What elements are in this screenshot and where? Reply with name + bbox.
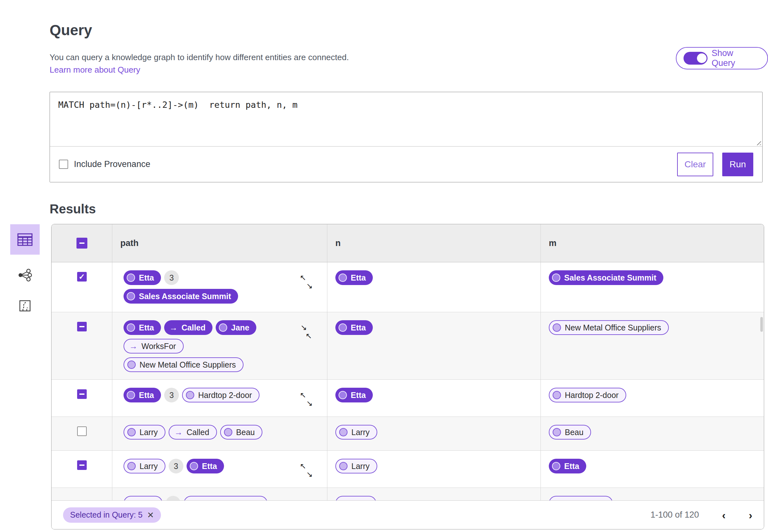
toggle-on-icon [684,52,707,65]
chevron-left-icon[interactable]: ‹ [722,510,725,520]
results-title: Results [50,202,96,216]
graph-view-icon [18,269,32,282]
clear-button[interactable]: Clear [677,153,713,176]
remove-filter-icon[interactable]: ✕ [147,511,154,519]
edge-pill[interactable]: →Called [169,425,217,440]
node-pill[interactable]: Hardtop 2-door [549,388,626,402]
node-pill[interactable]: Jane [216,320,256,335]
node-pill[interactable]: Larry [335,425,377,440]
row-checkbox[interactable] [77,322,87,331]
path-count-badge: 3 [164,388,179,402]
partial-node-pill[interactable] [335,496,376,500]
pill-label: Etta [139,323,154,332]
run-button[interactable]: Run [722,153,753,176]
node-circle-icon [127,462,136,470]
table-scrollbar[interactable] [760,317,763,332]
selected-in-query-label: Selected in Query: 5 [70,510,143,520]
pill-label: Sales Associate Summit [139,292,231,301]
expand-icon[interactable]: ↖↘ [300,462,313,478]
node-circle-icon [127,391,135,399]
pill-label: Larry [351,462,370,471]
node-circle-icon [186,391,194,399]
partial-node-pill[interactable] [184,496,268,500]
show-query-toggle[interactable]: Show Query [676,47,768,69]
results-table-body: ✓Etta3Sales Associate Summit↖↘EttaSales … [52,262,764,488]
partial-node-pill[interactable] [124,496,163,500]
table-row: Larry3Etta↖↘LarryEtta [52,451,764,488]
node-pill[interactable]: Etta [549,459,586,473]
graph-view-button[interactable] [10,265,40,285]
table-header-row: path n m [52,224,764,262]
node-pill[interactable]: Larry [124,459,165,473]
node-pill[interactable]: Hardtop 2-door [182,388,260,402]
node-pill[interactable]: Etta [124,320,161,335]
table-row: Etta→CalledJane→WorksForNew Metal Office… [52,312,764,380]
node-circle-icon [127,274,135,282]
table-view-icon [17,233,33,246]
page-title: Query [50,21,92,39]
arrow-right-icon: → [169,323,178,332]
node-pill[interactable]: Larry [124,425,165,440]
pill-label: Etta [351,391,366,400]
arrow-right-icon: → [129,342,138,350]
select-all-checkbox[interactable] [76,238,87,249]
pill-label: Beau [236,428,255,437]
node-circle-icon [219,323,227,332]
node-pill[interactable]: New Metal Office Suppliers [124,357,244,372]
pill-label: Jane [231,323,249,332]
node-pill[interactable]: Larry [335,459,377,473]
map-view-button[interactable] [10,296,40,316]
results-table: path n m ✓Etta3Sales Associate Summit↖↘E… [51,224,764,529]
collapse-icon[interactable]: ↘↖ [300,324,313,340]
row-checkbox[interactable]: ✓ [77,272,87,282]
node-pill[interactable]: Etta [335,320,373,335]
node-pill[interactable]: Beau [549,425,591,440]
row-checkbox[interactable] [77,460,87,470]
pill-label: Etta [139,273,154,282]
table-row: Etta3Hardtop 2-door↖↘EttaHardtop 2-door [52,380,764,417]
partial-node-pill[interactable] [549,496,613,500]
node-circle-icon [553,391,561,399]
node-circle-icon [553,428,561,436]
pill-label: Etta [202,462,217,471]
pill-label: Etta [564,462,579,471]
chevron-right-icon[interactable]: › [749,510,752,520]
node-circle-icon [127,361,136,369]
edge-pill[interactable]: →WorksFor [124,339,184,353]
pill-label: Larry [351,428,370,437]
pill-label: WorksFor [141,342,176,351]
node-circle-icon [127,292,135,300]
page-description: You can query a knowledge graph to ident… [50,52,349,62]
node-pill[interactable]: Sales Associate Summit [549,270,663,285]
include-provenance-checkbox[interactable] [59,160,68,169]
expand-icon[interactable]: ↖↘ [300,391,313,407]
include-provenance-label: Include Provenance [74,159,150,169]
map-view-icon [19,300,31,312]
column-header-path: path [112,224,327,262]
row-checkbox[interactable] [77,426,87,436]
node-pill[interactable]: New Metal Office Suppliers [549,320,669,335]
query-textarea[interactable]: MATCH path=(n)-[r*..2]->(m) return path,… [50,92,762,147]
node-pill[interactable]: Sales Associate Summit [124,289,238,304]
node-pill[interactable]: Etta [187,459,224,473]
column-header-n: n [327,224,541,262]
node-circle-icon [339,391,347,399]
node-pill[interactable]: Etta [335,388,373,402]
table-row-partial [52,488,764,500]
edge-pill[interactable]: →Called [164,320,212,335]
node-circle-icon [127,428,136,436]
expand-icon[interactable]: ↖↘ [300,274,313,290]
row-checkbox[interactable] [77,389,87,399]
node-pill[interactable]: Etta [124,388,161,402]
node-circle-icon [339,428,348,436]
pill-label: Etta [351,323,366,332]
node-pill[interactable]: Etta [335,270,373,285]
path-count-badge: 3 [164,270,179,285]
node-pill[interactable]: Beau [220,425,262,440]
pill-label: New Metal Office Suppliers [565,323,661,332]
node-pill[interactable]: Etta [124,270,161,285]
column-header-m: m [541,224,764,262]
table-view-button[interactable] [10,224,40,255]
learn-more-link[interactable]: Learn more about Query [50,65,140,75]
arrow-right-icon: → [174,428,183,436]
